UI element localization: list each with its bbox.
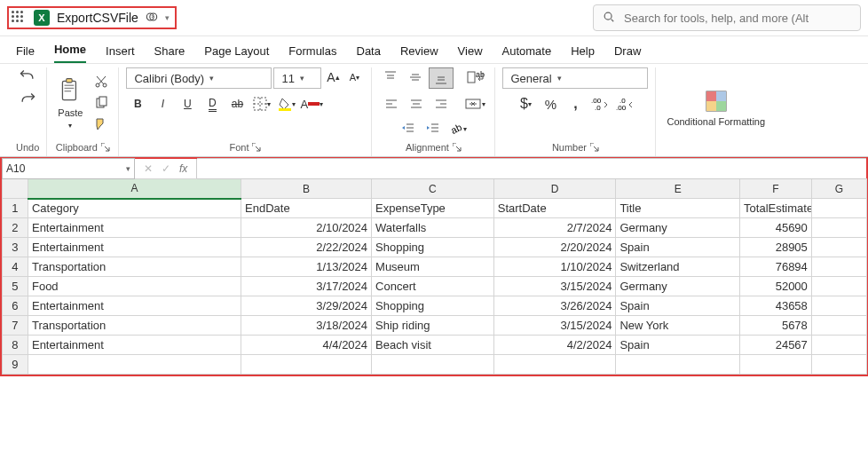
fill-color-button[interactable]: ▾ bbox=[275, 94, 298, 114]
cell[interactable]: Entertainment bbox=[28, 238, 241, 257]
fx-icon[interactable]: fx bbox=[179, 162, 187, 175]
cell[interactable] bbox=[811, 336, 866, 355]
cell[interactable]: Title bbox=[616, 199, 740, 218]
cell[interactable] bbox=[740, 355, 812, 375]
tab-view[interactable]: View bbox=[458, 39, 483, 63]
cell[interactable]: 52000 bbox=[740, 277, 812, 296]
cell[interactable]: Spain bbox=[616, 336, 740, 355]
cell[interactable]: Spain bbox=[616, 296, 740, 316]
cell[interactable]: Beach visit bbox=[372, 336, 494, 355]
font-size-select[interactable]: 11▾ bbox=[273, 67, 321, 89]
app-launcher-icon[interactable] bbox=[11, 10, 27, 26]
row-header[interactable]: 6 bbox=[3, 296, 28, 316]
merge-button[interactable]: ▾ bbox=[463, 94, 486, 114]
cell[interactable] bbox=[811, 296, 866, 316]
increase-font-button[interactable]: A▴ bbox=[323, 67, 343, 87]
conditional-formatting-button[interactable]: Conditional Formatting bbox=[663, 86, 769, 130]
col-header-D[interactable]: D bbox=[493, 179, 616, 199]
wrap-text-button[interactable]: ab bbox=[464, 67, 487, 87]
increase-decimal-button[interactable]: .00.0 bbox=[588, 94, 612, 114]
align-left-button[interactable] bbox=[380, 94, 403, 114]
cell[interactable] bbox=[372, 355, 494, 375]
dialog-launcher-icon[interactable] bbox=[101, 143, 110, 152]
cell[interactable]: Transportation bbox=[28, 316, 241, 336]
cell[interactable]: Ship riding bbox=[372, 316, 494, 336]
cell[interactable]: 4/2/2024 bbox=[493, 336, 616, 355]
cell[interactable]: Entertainment bbox=[28, 218, 241, 238]
accounting-format-button[interactable]: $▾ bbox=[514, 94, 537, 114]
cell[interactable]: 2/7/2024 bbox=[493, 218, 616, 238]
cell[interactable]: 3/18/2024 bbox=[241, 316, 372, 336]
cell[interactable]: Category bbox=[28, 199, 241, 218]
tab-home[interactable]: Home bbox=[54, 37, 86, 63]
col-header-F[interactable]: F bbox=[740, 179, 812, 199]
cell[interactable] bbox=[811, 257, 866, 277]
cell[interactable] bbox=[241, 355, 372, 375]
dialog-launcher-icon[interactable] bbox=[252, 143, 261, 152]
cell[interactable]: 2/22/2024 bbox=[241, 238, 372, 257]
spreadsheet-grid[interactable]: ABCDEFG1CategoryEndDateExpenseTypeStartD… bbox=[2, 178, 867, 375]
font-name-select[interactable]: Calibri (Body)▾ bbox=[126, 67, 272, 89]
orientation-button[interactable]: ab▾ bbox=[446, 119, 470, 138]
row-header[interactable]: 1 bbox=[3, 199, 28, 218]
format-painter-button[interactable] bbox=[91, 114, 111, 134]
search-box[interactable] bbox=[593, 4, 861, 31]
cell[interactable]: 3/15/2024 bbox=[493, 316, 616, 336]
cell[interactable]: 1/10/2024 bbox=[493, 257, 616, 277]
cell[interactable]: StartDate bbox=[493, 199, 616, 218]
cut-button[interactable] bbox=[91, 72, 111, 91]
cell[interactable]: ExpenseType bbox=[372, 199, 494, 218]
row-header[interactable]: 2 bbox=[3, 218, 28, 238]
cell[interactable]: 3/29/2024 bbox=[241, 296, 372, 316]
cell[interactable]: 4/4/2024 bbox=[241, 336, 372, 355]
dialog-launcher-icon[interactable] bbox=[453, 143, 462, 152]
decrease-decimal-button[interactable]: .0.00 bbox=[613, 94, 636, 114]
col-header-B[interactable]: B bbox=[241, 179, 372, 199]
cell[interactable]: Spain bbox=[616, 238, 740, 257]
double-underline-button[interactable]: D bbox=[201, 94, 224, 114]
cell[interactable]: 28905 bbox=[740, 238, 812, 257]
cell[interactable] bbox=[811, 277, 866, 296]
cell[interactable]: Entertainment bbox=[28, 296, 241, 316]
tab-draw[interactable]: Draw bbox=[614, 39, 641, 63]
cell[interactable]: 45690 bbox=[740, 218, 812, 238]
row-header[interactable]: 5 bbox=[3, 277, 28, 296]
search-input[interactable] bbox=[622, 11, 851, 26]
cell[interactable] bbox=[616, 355, 740, 375]
cell[interactable]: TotalEstimatedCost bbox=[740, 199, 812, 218]
tab-help[interactable]: Help bbox=[571, 39, 595, 63]
cell[interactable] bbox=[811, 238, 866, 257]
cancel-formula-icon[interactable]: ✕ bbox=[144, 162, 153, 175]
align-bottom-button[interactable] bbox=[429, 67, 454, 89]
cell[interactable]: Switzerland bbox=[616, 257, 740, 277]
tab-review[interactable]: Review bbox=[400, 39, 438, 63]
cell[interactable] bbox=[811, 218, 866, 238]
row-header[interactable]: 8 bbox=[3, 336, 28, 355]
tab-share[interactable]: Share bbox=[154, 39, 185, 63]
cell[interactable]: Germany bbox=[616, 277, 740, 296]
cell[interactable] bbox=[811, 199, 866, 218]
dialog-launcher-icon[interactable] bbox=[590, 143, 599, 152]
col-header-E[interactable]: E bbox=[616, 179, 740, 199]
cell[interactable]: EndDate bbox=[241, 199, 372, 218]
cell[interactable]: 2/10/2024 bbox=[241, 218, 372, 238]
select-all-cell[interactable] bbox=[3, 179, 28, 199]
formula-input[interactable] bbox=[197, 158, 866, 179]
cell[interactable]: Concert bbox=[372, 277, 494, 296]
row-header[interactable]: 4 bbox=[3, 257, 28, 277]
tab-file[interactable]: File bbox=[16, 39, 35, 63]
cell[interactable]: Transportation bbox=[28, 257, 241, 277]
cell[interactable]: 76894 bbox=[740, 257, 812, 277]
cell[interactable]: Shopping bbox=[372, 296, 494, 316]
cell[interactable]: 3/15/2024 bbox=[493, 277, 616, 296]
copy-button[interactable] bbox=[91, 93, 111, 113]
row-header[interactable]: 9 bbox=[3, 355, 28, 375]
borders-button[interactable]: ▾ bbox=[250, 94, 273, 114]
accept-formula-icon[interactable]: ✓ bbox=[162, 162, 170, 175]
italic-button[interactable]: I bbox=[151, 94, 174, 114]
bold-button[interactable]: B bbox=[126, 94, 149, 114]
cell[interactable]: 24567 bbox=[740, 336, 812, 355]
row-header[interactable]: 7 bbox=[3, 316, 28, 336]
decrease-indent-button[interactable] bbox=[397, 119, 420, 138]
cell[interactable]: Food bbox=[28, 277, 241, 296]
